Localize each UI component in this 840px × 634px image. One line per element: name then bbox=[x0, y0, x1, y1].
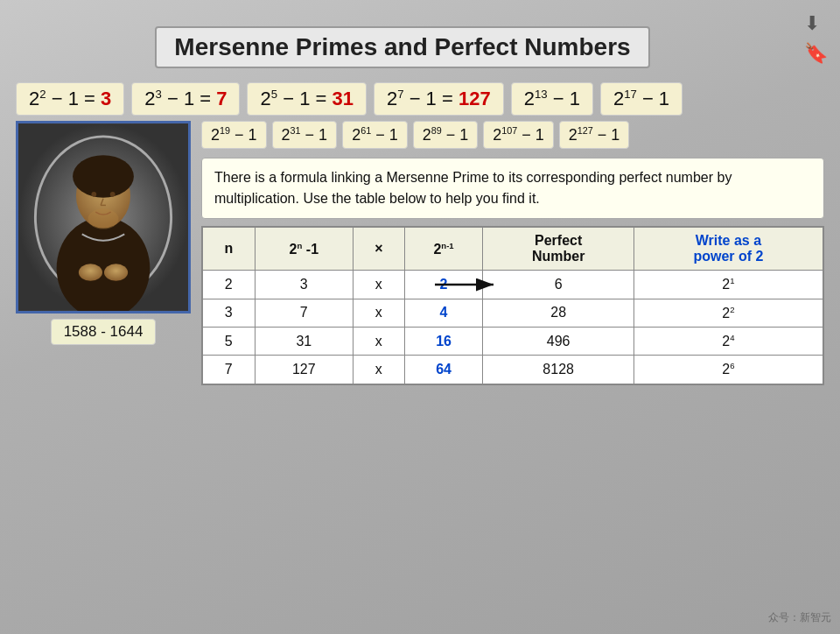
cell-f-4: 127 bbox=[255, 356, 353, 384]
formula-row1: 22 − 1 = 3 23 − 1 = 7 25 − 1 = 31 27 − 1… bbox=[0, 82, 840, 116]
portrait-caption: 1588 - 1644 bbox=[51, 319, 157, 345]
formula-box-r2-5: 2107 − 1 bbox=[483, 121, 554, 149]
formula-box-r2-3: 261 − 1 bbox=[342, 121, 408, 149]
formula-box-4: 27 − 1 = 127 bbox=[374, 82, 504, 116]
col-header-pow: 2n-1 bbox=[404, 228, 483, 271]
col-header-times: × bbox=[354, 228, 405, 271]
table-row: 3 7 x 4 28 22 bbox=[203, 299, 823, 327]
cell-x-4: x bbox=[354, 356, 405, 384]
top-icons: ⬇ 🔖 bbox=[804, 12, 828, 65]
formula-box-r2-1: 219 − 1 bbox=[201, 121, 267, 149]
bookmark-icon[interactable]: 🔖 bbox=[804, 42, 828, 65]
table-row: 7 127 x 64 8128 26 bbox=[203, 356, 823, 384]
col-header-n: n bbox=[203, 228, 256, 271]
page-title: Mersenne Primes and Perfect Numbers bbox=[155, 26, 649, 68]
cell-n-3: 5 bbox=[203, 327, 256, 355]
table-row: 2 3 x 2 6 bbox=[203, 271, 823, 299]
cell-x-1: x bbox=[354, 271, 405, 299]
formula-box-1: 22 − 1 = 3 bbox=[16, 82, 124, 116]
formula-box-2: 23 − 1 = 7 bbox=[131, 82, 240, 116]
cell-x-3: x bbox=[354, 327, 405, 355]
cell-pw2-2: 22 bbox=[634, 299, 822, 327]
cell-x-2: x bbox=[354, 299, 405, 327]
page-title-bar: Mersenne Primes and Perfect Numbers bbox=[0, 0, 840, 82]
cell-n-2: 3 bbox=[203, 299, 256, 327]
data-table: n 2n -1 × 2n-1 PerfectNumber Write as ap… bbox=[201, 226, 824, 384]
cell-f-1: 3 bbox=[255, 271, 353, 299]
cell-perf-2: 28 bbox=[483, 299, 634, 327]
svg-point-11 bbox=[104, 264, 128, 281]
formula-row2: 219 − 1 231 − 1 261 − 1 289 − 1 2107 − 1… bbox=[201, 121, 824, 149]
portrait-svg bbox=[18, 121, 188, 313]
portrait-frame bbox=[16, 121, 191, 313]
cell-p-2: 4 bbox=[404, 299, 483, 327]
cell-pw2-1: 21 bbox=[634, 271, 822, 299]
cell-f-2: 7 bbox=[255, 299, 353, 327]
table-row: 5 31 x 16 496 24 bbox=[203, 327, 823, 355]
cell-perf-3: 496 bbox=[483, 327, 634, 355]
formula-box-5: 213 − 1 bbox=[511, 82, 593, 116]
svg-point-9 bbox=[88, 209, 119, 229]
cell-perf-1: 6 bbox=[483, 271, 634, 299]
cell-p-1: 2 bbox=[404, 271, 483, 299]
col-header-perfect: PerfectNumber bbox=[483, 228, 634, 271]
main-content: 1588 - 1644 219 − 1 231 − 1 261 − 1 289 … bbox=[0, 121, 840, 384]
svg-point-6 bbox=[110, 192, 116, 197]
description-box: There is a formula linking a Mersenne Pr… bbox=[201, 158, 824, 219]
formula-box-6: 217 − 1 bbox=[600, 82, 682, 116]
cell-pw2-3: 24 bbox=[634, 327, 822, 355]
download-icon[interactable]: ⬇ bbox=[804, 12, 828, 35]
cell-n-1: 2 bbox=[203, 271, 256, 299]
svg-point-10 bbox=[79, 264, 102, 281]
col-header-write-as: Write as apower of 2 bbox=[634, 228, 822, 271]
svg-point-4 bbox=[73, 156, 134, 199]
watermark: 众号：新智元 bbox=[768, 610, 831, 625]
cell-p-3: 16 bbox=[404, 327, 483, 355]
col-header-formula: 2n -1 bbox=[255, 228, 353, 271]
formula-box-r2-4: 289 − 1 bbox=[413, 121, 479, 149]
cell-p-4: 64 bbox=[404, 356, 483, 384]
cell-pw2-4: 26 bbox=[634, 356, 822, 384]
formula-box-r2-2: 231 − 1 bbox=[272, 121, 338, 149]
portrait-image bbox=[18, 123, 188, 311]
formula-box-3: 25 − 1 = 31 bbox=[247, 82, 366, 116]
cell-f-3: 31 bbox=[255, 327, 353, 355]
table-header-row: n 2n -1 × 2n-1 PerfectNumber Write as ap… bbox=[203, 228, 823, 271]
cell-perf-4: 8128 bbox=[483, 356, 634, 384]
cell-n-4: 7 bbox=[203, 356, 256, 384]
mersenne-table: n 2n -1 × 2n-1 PerfectNumber Write as ap… bbox=[202, 227, 823, 384]
portrait-section: 1588 - 1644 bbox=[16, 121, 191, 384]
right-section: 219 − 1 231 − 1 261 − 1 289 − 1 2107 − 1… bbox=[201, 121, 824, 384]
formula-box-r2-6: 2127 − 1 bbox=[559, 121, 630, 149]
svg-point-5 bbox=[91, 192, 96, 197]
